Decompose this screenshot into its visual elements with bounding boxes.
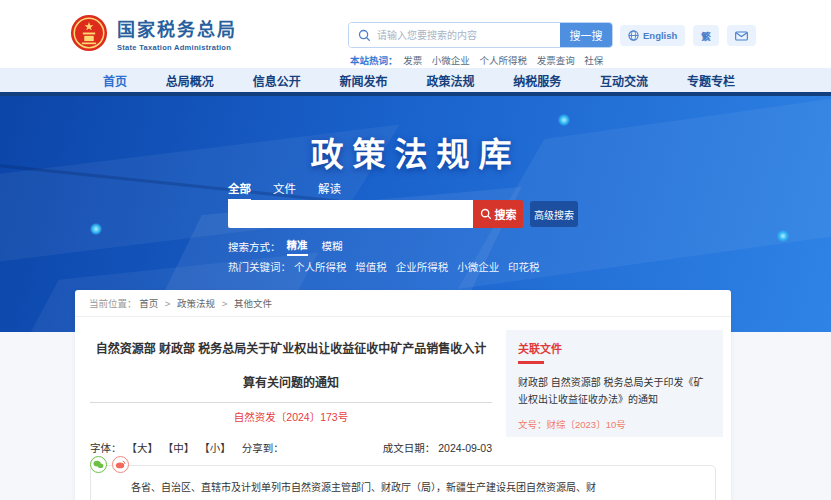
- hot-keywords-row: 热门关键词： 个人所得税 增值税 企业所得税 小微企业 印花税: [228, 259, 546, 274]
- hot-words-label: 本站热词：: [350, 55, 398, 66]
- header-search-button-label: 搜一搜: [570, 30, 603, 42]
- hot-word-link[interactable]: 发票: [403, 55, 422, 66]
- site-subtitle: State Taxation Administration: [117, 43, 237, 52]
- policy-library-title: 政策法规库: [0, 128, 831, 176]
- english-button[interactable]: English: [620, 25, 685, 46]
- publish-date-value: 2024-09-03: [438, 442, 492, 454]
- publish-date-label: 成文日期：: [383, 442, 436, 454]
- globe-icon: [628, 30, 639, 41]
- hot-word-link[interactable]: 发票查询: [537, 55, 575, 66]
- nav-item-special-topics[interactable]: 专题专栏: [687, 72, 735, 89]
- mail-button[interactable]: [727, 25, 756, 46]
- nav-item-home[interactable]: 首页: [103, 72, 127, 89]
- hot-keyword-link[interactable]: 企业所得税: [396, 261, 449, 273]
- mail-icon: [735, 31, 748, 41]
- nav-item-tax-services[interactable]: 纳税服务: [513, 72, 561, 89]
- article-title: 自然资源部 财政部 税务总局关于矿业权出让收益征收中矿产品销售收入计算有关问题的…: [90, 332, 492, 400]
- tab-interpretation[interactable]: 解读: [318, 180, 341, 201]
- hot-keyword-link[interactable]: 个人所得税: [294, 261, 347, 273]
- site-logo: 国家税务总局 State Taxation Administration: [70, 14, 237, 52]
- search-icon: [480, 208, 492, 220]
- font-share-controls: 字体： 【大】 【中】 【小】 分享到：: [90, 440, 286, 455]
- advanced-search-button[interactable]: 高级搜索: [530, 201, 578, 227]
- tab-documents[interactable]: 文件: [273, 180, 296, 201]
- related-document-link[interactable]: 财政部 自然资源部 税务总局关于印发《矿业权出让收益征收办法》的通知: [518, 374, 711, 408]
- wechat-share-icon[interactable]: [90, 456, 107, 473]
- nav-item-overview[interactable]: 总局概况: [166, 72, 214, 89]
- related-number-label: 文号：: [518, 419, 547, 430]
- breadcrumb: 当前位置： 首页 > 政策法规 > 其他文件: [75, 290, 731, 317]
- hot-word-link[interactable]: 小微企业: [432, 55, 470, 66]
- main-nav: 首页 总局概况 信息公开 新闻发布 政策法规 纳税服务 互动交流 专题专栏: [0, 68, 831, 96]
- breadcrumb-separator: >: [165, 298, 171, 309]
- related-number-value: 财综〔2023〕10号: [547, 419, 626, 430]
- content-card: 当前位置： 首页 > 政策法规 > 其他文件 自然资源部 财政部 税务总局关于矿…: [75, 290, 731, 500]
- article-body-box: 各省、自治区、直辖市及计划单列市自然资源主管部门、财政厅（局），新疆生产建设兵团…: [90, 465, 716, 500]
- national-emblem-icon: [70, 14, 108, 52]
- policy-search-input[interactable]: [228, 200, 473, 228]
- hot-keyword-link[interactable]: 印花税: [508, 261, 540, 273]
- policy-search-button[interactable]: 搜索: [473, 200, 523, 228]
- publish-date: 成文日期： 2024-09-03: [383, 440, 492, 455]
- mode-fuzzy[interactable]: 模糊: [322, 238, 343, 255]
- policy-search: 搜索 高级搜索: [228, 200, 578, 228]
- font-size-label: 字体：: [90, 442, 122, 454]
- nav-item-news[interactable]: 新闻发布: [340, 72, 388, 89]
- title-divider: [90, 402, 492, 403]
- site-hot-words: 本站热词： 发票 小微企业 个人所得税 发票查询 社保: [350, 53, 610, 67]
- breadcrumb-label: 当前位置：: [89, 298, 137, 309]
- nav-item-disclosure[interactable]: 信息公开: [253, 72, 301, 89]
- font-size-large[interactable]: 【大】: [126, 442, 158, 454]
- nav-item-policies[interactable]: 政策法规: [426, 72, 474, 89]
- banner-glow-dot: [90, 223, 102, 235]
- english-button-label: English: [643, 30, 677, 41]
- site-title: 国家税务总局: [117, 15, 237, 41]
- search-icon: [358, 29, 371, 42]
- article-doc-number: 自然资发〔2024〕173号: [90, 409, 492, 424]
- policy-search-button-label: 搜索: [495, 206, 517, 222]
- hot-keyword-link[interactable]: 增值税: [355, 261, 387, 273]
- header-search-input[interactable]: [349, 23, 560, 47]
- weibo-share-icon[interactable]: [112, 456, 129, 473]
- article-body-text: 各省、自治区、直辖市及计划单列市自然资源主管部门、财政厅（局），新疆生产建设兵团…: [91, 466, 715, 496]
- hot-keywords-label: 热门关键词：: [228, 261, 291, 273]
- search-mode-label: 搜索方式：: [228, 239, 281, 254]
- site-header: 国家税务总局 State Taxation Administration 搜一搜…: [0, 0, 831, 68]
- breadcrumb-separator: >: [222, 298, 228, 309]
- breadcrumb-policies[interactable]: 政策法规: [177, 298, 215, 309]
- breadcrumb-other-documents[interactable]: 其他文件: [234, 298, 272, 309]
- banner-glow-dot: [777, 230, 789, 242]
- related-documents-title: 关联文件: [518, 340, 711, 356]
- hot-word-link[interactable]: 社保: [584, 55, 603, 66]
- related-title-underline: [518, 361, 544, 364]
- nav-item-interaction[interactable]: 互动交流: [600, 72, 648, 89]
- font-size-medium[interactable]: 【中】: [163, 442, 195, 454]
- hot-word-link[interactable]: 个人所得税: [479, 55, 527, 66]
- font-size-small[interactable]: 【小】: [199, 442, 231, 454]
- related-documents-panel: 关联文件 财政部 自然资源部 税务总局关于印发《矿业权出让收益征收办法》的通知 …: [506, 330, 723, 437]
- banner-glow-dot: [558, 114, 570, 126]
- logo-text: 国家税务总局 State Taxation Administration: [117, 15, 237, 52]
- header-search: 搜一搜: [348, 22, 613, 48]
- breadcrumb-home[interactable]: 首页: [139, 298, 158, 309]
- share-label: 分享到：: [242, 442, 284, 454]
- traditional-chinese-label: 繁: [701, 29, 711, 43]
- traditional-chinese-button[interactable]: 繁: [693, 25, 719, 46]
- tab-all[interactable]: 全部: [228, 180, 251, 201]
- article-meta-row: 字体： 【大】 【中】 【小】 分享到： 成文日期： 2024-09-03: [90, 440, 492, 455]
- related-document-number: 文号：财综〔2023〕10号: [518, 417, 711, 431]
- header-search-button[interactable]: 搜一搜: [560, 23, 612, 47]
- header-quick-buttons: English 繁: [620, 25, 756, 46]
- share-icons: [90, 456, 129, 473]
- banner-tabs: 全部 文件 解读: [228, 180, 341, 201]
- hot-keyword-link[interactable]: 小微企业: [457, 261, 499, 273]
- mode-precise[interactable]: 精准: [287, 237, 308, 256]
- search-mode-row: 搜索方式： 精准 模糊: [228, 237, 343, 256]
